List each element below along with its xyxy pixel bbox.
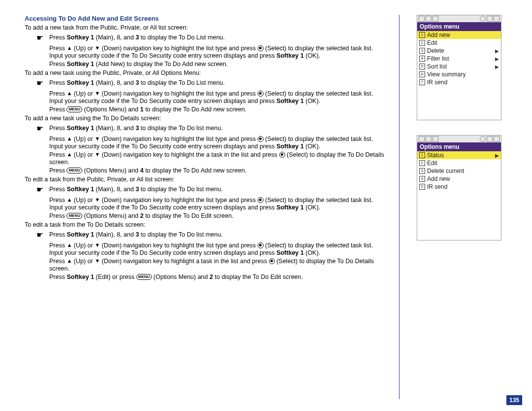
instruction-step: ☛ Press Softkey 1 (Main), 8, and 3 to di… xyxy=(25,186,394,194)
instruction-step: ☛ Press Softkey 1 (Main), 8, and 3 to di… xyxy=(25,231,394,239)
menu-item-label: Status xyxy=(427,152,444,159)
down-icon: ▼ xyxy=(95,258,100,264)
select-icon xyxy=(279,152,285,158)
instruction-step: ☛ Press Softkey 1 (Main), 8, 3and 3 to d… xyxy=(25,34,394,42)
phone-menu-title: Options menu xyxy=(417,142,501,151)
menu-item-number: 5 xyxy=(419,184,425,190)
select-icon xyxy=(269,258,275,264)
menu-item-number: 4 xyxy=(419,56,425,62)
phone-status-bar xyxy=(417,136,501,142)
menu-item-number: 6 xyxy=(419,71,425,77)
phone-menu-item: 1Add new xyxy=(417,31,501,39)
down-icon: ▼ xyxy=(95,242,100,248)
phone-menu-item: 5Sort list▶ xyxy=(417,63,501,70)
menu-item-number: 3 xyxy=(419,48,425,54)
select-icon xyxy=(258,136,264,142)
instruction-line: Press ▲ (Up) or ▼ (Down) navigation key … xyxy=(25,151,394,166)
instruction-step: ☛ Press Softkey 1 (Main), 8, and 3 to di… xyxy=(25,125,394,133)
menu-item-number: 1 xyxy=(419,152,425,158)
step-text: Press Softkey 1 (Main), 8, and 3 to disp… xyxy=(49,186,394,193)
pointer-icon: ☛ xyxy=(36,231,49,239)
instruction-line: Press ▲ (Up) or ▼ (Down) navigation key … xyxy=(25,258,394,273)
instruction-line: Press Softkey 1 (Edit) or press MENU (Op… xyxy=(25,274,394,281)
select-icon xyxy=(258,45,264,51)
intro-text: To add a new task from the Public, Priva… xyxy=(25,24,394,31)
phone-menu-item: 5IR send xyxy=(417,183,501,191)
up-icon: ▲ xyxy=(66,151,72,158)
select-icon xyxy=(258,197,264,203)
instruction-line: Press ▲ (Up) or ▼ (Down) navigation key … xyxy=(25,136,394,150)
menu-item-number: 7 xyxy=(419,79,425,85)
up-icon: ▲ xyxy=(66,258,72,264)
menu-item-number: 2 xyxy=(419,40,425,46)
menu-icon: MENU xyxy=(66,106,82,112)
page-number: 135 xyxy=(506,395,522,405)
menu-item-label: Filter list xyxy=(427,55,449,62)
sidebar: Options menu 1Add new2Edit3Delete▶4Filte… xyxy=(404,15,515,399)
instruction-step: ☛ Press Softkey 1 (Main), 8, and 3 to di… xyxy=(25,79,394,87)
phone-menu-title: Options menu xyxy=(417,22,501,31)
instruction-line: Press Softkey 1 (Add New) to display the… xyxy=(25,61,394,68)
intro-text: To edit a task from the To Do Details sc… xyxy=(25,221,394,228)
phone-menu-item: 4Filter list▶ xyxy=(417,55,501,63)
down-icon: ▼ xyxy=(95,151,100,158)
instruction-line: Press ▲ (Up) or ▼ (Down) navigation key … xyxy=(25,197,394,211)
menu-item-number: 5 xyxy=(419,64,425,69)
pointer-icon: ☛ xyxy=(36,125,49,133)
menu-item-label: IR send xyxy=(427,183,447,190)
main-content: Accessing To Do Add New and Edit Screens… xyxy=(25,15,399,399)
step-text: Press Softkey 1 (Main), 8, and 3 to disp… xyxy=(49,125,394,132)
menu-item-label: Delete xyxy=(427,47,444,54)
menu-icon: MENU xyxy=(66,168,82,173)
intro-text: To edit a task from the Public, Private,… xyxy=(25,176,394,183)
up-icon: ▲ xyxy=(66,136,72,142)
select-icon xyxy=(258,91,264,97)
submenu-arrow-icon: ▶ xyxy=(495,153,499,158)
menu-icon: MENU xyxy=(66,213,82,219)
submenu-arrow-icon: ▶ xyxy=(495,64,499,69)
phone-menu-list: 1Status▶2Edit3Delete current4Add new5IR … xyxy=(417,151,501,240)
menu-item-number: 2 xyxy=(419,160,425,166)
menu-item-label: Delete current xyxy=(427,168,464,174)
up-icon: ▲ xyxy=(66,242,72,248)
menu-item-label: IR send xyxy=(427,79,447,86)
phone-status-bar xyxy=(417,15,501,22)
section-heading: Accessing To Do Add New and Edit Screens xyxy=(25,15,394,22)
submenu-arrow-icon: ▶ xyxy=(495,48,499,54)
menu-item-label: Add new xyxy=(427,175,450,182)
step-text: Press Softkey 1 (Main), 8, and 3 to disp… xyxy=(49,231,394,239)
phone-menu-item: 2Edit xyxy=(417,39,501,47)
phone-menu-item: 3Delete▶ xyxy=(417,47,501,55)
menu-item-number: 3 xyxy=(419,168,425,174)
phone-menu-item: 1Status▶ xyxy=(417,151,501,159)
select-icon xyxy=(258,242,264,248)
step-text: Press Softkey 1 (Main), 8, and 3 to disp… xyxy=(49,79,394,87)
instruction-line: Press ▲ (Up) or ▼ (Down) navigation key … xyxy=(25,90,394,105)
phone-menu-item: 4Add new xyxy=(417,175,501,183)
menu-item-number: 4 xyxy=(419,176,425,182)
phone-menu-item: 3Delete current xyxy=(417,167,501,175)
menu-item-label: Sort list xyxy=(427,63,447,70)
menu-icon: MENU xyxy=(136,274,152,280)
menu-item-label: Edit xyxy=(427,160,437,167)
down-icon: ▼ xyxy=(95,90,100,97)
instruction-line: Press MENU (Options Menu) and 1 to displ… xyxy=(25,106,394,113)
phone-menu-item: 7IR send xyxy=(417,78,501,86)
instruction-line: Press ▲ (Up) or ▼ (Down) navigation key … xyxy=(25,45,394,60)
column-divider xyxy=(399,15,399,399)
menu-item-number: 1 xyxy=(419,32,425,38)
submenu-arrow-icon: ▶ xyxy=(495,56,499,62)
pointer-icon: ☛ xyxy=(36,186,49,194)
instruction-line: Press ▲ (Up) or ▼ (Down) navigation key … xyxy=(25,242,394,257)
phone-screenshot-2: Options menu 1Status▶2Edit3Delete curren… xyxy=(417,135,501,240)
menu-item-label: View summary xyxy=(427,71,466,78)
up-icon: ▲ xyxy=(66,90,72,97)
down-icon: ▼ xyxy=(95,197,100,203)
menu-item-label: Edit xyxy=(427,39,437,46)
phone-menu-list: 1Add new2Edit3Delete▶4Filter list▶5Sort … xyxy=(417,31,501,120)
pointer-icon: ☛ xyxy=(36,34,49,42)
up-icon: ▲ xyxy=(66,197,72,203)
down-icon: ▼ xyxy=(95,45,100,51)
instruction-line: Press MENU (Options Menu) and 2 to displ… xyxy=(25,212,394,220)
phone-menu-item: 2Edit xyxy=(417,159,501,167)
